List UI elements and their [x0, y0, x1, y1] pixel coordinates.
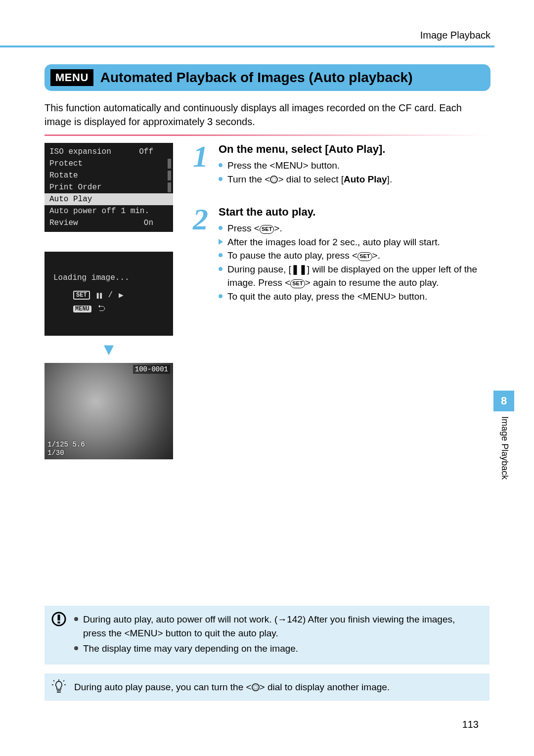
dial-icon	[252, 683, 260, 691]
step-bullet: During pause, [❚❚] will be displayed on …	[219, 263, 490, 290]
tip-text: During auto play pause, you can turn the…	[74, 682, 390, 692]
note-bullet: The display time may vary depending on t…	[74, 642, 481, 656]
intro-paragraph: This function automatically and continuo…	[44, 101, 490, 129]
divider	[44, 134, 490, 136]
set-icon: SET	[357, 252, 372, 261]
play-icon: ▶	[119, 290, 124, 300]
menu-badge: MENU	[50, 69, 93, 86]
menu-row: Print Order	[44, 181, 173, 193]
menu-row: Protect	[44, 158, 173, 170]
step-bullet: Turn the <> dial to select [Auto Play].	[219, 173, 392, 186]
header-rule	[0, 45, 494, 47]
playback-photo-screenshot: 100-0001 1/125 5.6 1/30	[44, 363, 173, 459]
caution-icon	[51, 611, 66, 632]
svg-line-6	[53, 680, 54, 681]
svg-rect-2	[58, 622, 60, 623]
camera-menu-screenshot: ISO expansionOff Protect Rotate Print Or…	[44, 143, 173, 232]
menu-row-selected: Auto Play	[44, 193, 173, 205]
chapter-title: Image Playback	[493, 411, 510, 480]
dial-icon	[270, 176, 278, 183]
file-number-overlay: 100-0001	[133, 365, 170, 374]
step-number: 1	[193, 143, 215, 186]
step-heading: Start the auto play.	[219, 206, 490, 219]
loading-screenshot: Loading image... SET ❚❚ / ▶ MENU ⮌	[44, 252, 173, 336]
svg-rect-1	[58, 615, 60, 621]
caution-note: During auto play, auto power off will no…	[44, 606, 490, 665]
menu-label-icon: MENU	[73, 306, 91, 312]
step-1: 1 On the menu, select [Auto Play]. Press…	[193, 143, 490, 186]
pause-icon: ❚❚	[96, 291, 102, 300]
section-title: Automated Playback of Images (Auto playb…	[100, 70, 413, 86]
exposure-overlay: 1/125 5.6	[47, 441, 85, 449]
step-bullet: After the images load for 2 sec., auto p…	[219, 235, 490, 249]
chapter-side-tab: 8 Image Playback	[493, 391, 514, 480]
return-icon: ⮌	[97, 304, 105, 313]
breadcrumb: Image Playback	[420, 30, 490, 41]
menu-row: Rotate	[44, 170, 173, 181]
step-bullet: Press <SET>.	[219, 222, 490, 235]
slash: /	[108, 291, 113, 300]
step-bullet: To quit the auto play, press the <MENU> …	[219, 290, 490, 304]
step-number: 2	[193, 206, 215, 303]
menu-row: Auto power off1 min.	[44, 205, 173, 217]
tip-icon	[51, 678, 66, 700]
note-bullet: During auto play, auto power off will no…	[74, 613, 481, 640]
frame-overlay: 1/30	[47, 449, 85, 457]
step-2: 2 Start the auto play. Press <SET>. Afte…	[193, 206, 490, 303]
set-icon: SET	[290, 279, 305, 288]
set-icon: SET	[260, 225, 274, 234]
down-arrow-icon: ▼	[44, 340, 173, 359]
menu-row: ISO expansionOff	[44, 146, 173, 158]
set-label-icon: SET	[73, 291, 90, 300]
tip-note: During auto play pause, you can turn the…	[44, 673, 490, 701]
chapter-number: 8	[493, 391, 514, 411]
page-number: 113	[462, 719, 479, 730]
loading-text: Loading image...	[53, 273, 173, 282]
screenshots-column: ISO expansionOff Protect Rotate Print Or…	[44, 143, 173, 459]
menu-row: ReviewOn	[44, 217, 173, 229]
section-title-bar: MENU Automated Playback of Images (Auto …	[44, 64, 490, 91]
svg-line-7	[63, 680, 64, 681]
instructions-column: 1 On the menu, select [Auto Play]. Press…	[193, 143, 490, 459]
step-heading: On the menu, select [Auto Play].	[219, 143, 392, 156]
step-bullet: Press the <MENU> button.	[219, 159, 392, 173]
step-bullet: To pause the auto play, press <SET>.	[219, 249, 490, 263]
